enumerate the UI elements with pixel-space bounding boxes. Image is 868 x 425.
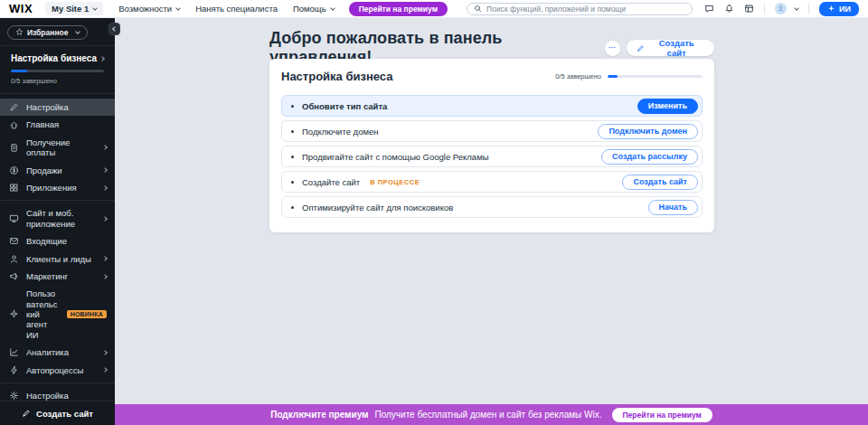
task-start-button[interactable]: Начать (648, 200, 698, 215)
sidebar-item-automations[interactable]: Автопроцессы (0, 362, 115, 379)
business-setup-card: Настройка бизнеса 0/5 завершено Обновите… (269, 59, 714, 232)
chevron-right-icon (102, 145, 108, 150)
home-icon (9, 120, 19, 130)
bullet-icon (291, 130, 294, 133)
chevron-right-icon (99, 56, 105, 61)
account-menu[interactable] (775, 3, 798, 14)
pencil-icon (22, 409, 31, 418)
sidebar-item-marketing[interactable]: Маркетинг (0, 268, 115, 285)
dashboard-grid-icon[interactable] (744, 4, 754, 14)
search-box[interactable] (467, 3, 693, 15)
chevron-right-icon (102, 274, 108, 279)
sparkle-icon (827, 5, 835, 13)
sidebar-item-apps[interactable]: Приложения (0, 179, 115, 196)
header-create-site-button[interactable]: Создать сайт (627, 40, 714, 56)
sidebar-divider (0, 200, 115, 201)
site-menu-label: My Site 1 (52, 4, 89, 14)
sidebar-create-site-button[interactable]: Создать сайт (0, 401, 115, 425)
chevron-down-icon (330, 5, 335, 11)
chevron-right-icon (102, 185, 108, 191)
notifications-bell-icon[interactable] (724, 4, 734, 14)
chevron-down-icon (76, 29, 81, 34)
receipt-icon (9, 143, 19, 153)
chevron-down-icon (794, 5, 799, 11)
lightning-icon (9, 365, 19, 375)
sidebar-item-contacts-leads[interactable]: Клиенты и лиды (0, 250, 115, 268)
pencil-icon (637, 44, 645, 52)
more-actions-button[interactable]: ··· (605, 41, 620, 56)
nav-help[interactable]: Помощь (293, 4, 335, 14)
sidebar-item-settings[interactable]: Настройка (0, 387, 115, 401)
setup-progress-track (11, 70, 104, 72)
sidebar-item-setup[interactable]: Настройка (0, 99, 115, 116)
chat-icon[interactable] (704, 4, 714, 14)
chevron-right-icon (102, 216, 108, 222)
card-progress-track (608, 75, 703, 78)
sidebar-setup-progress[interactable]: Настройка бизнеса 0/5 завершено (0, 46, 115, 94)
task-row-seo[interactable]: Оптимизируйте сайт для поисковиков Начат… (281, 196, 703, 218)
premium-banner-button[interactable]: Перейти на премиум (612, 408, 712, 422)
premium-banner-text: Получите бесплатный домен и сайт без рек… (374, 410, 601, 420)
chevron-right-icon (102, 350, 108, 355)
task-connect-domain-button[interactable]: Подключить домен (598, 124, 698, 139)
task-list: Обновите тип сайта Изменить Подключите д… (281, 95, 703, 218)
sidebar-collapse-button[interactable] (108, 23, 120, 35)
card-progress-label: 0/5 завершено (555, 72, 601, 80)
bullet-icon (291, 105, 294, 108)
chevron-right-icon (102, 256, 108, 261)
favorites-row: Избранное (0, 18, 115, 46)
sparkle-icon (9, 309, 19, 319)
gear-icon (9, 391, 19, 401)
task-row-update-site-type[interactable]: Обновите тип сайта Изменить (281, 95, 703, 117)
chevron-left-icon (112, 26, 118, 32)
chevron-down-icon (92, 5, 98, 11)
ai-assistant-button[interactable]: ИИ (819, 2, 859, 16)
avatar (775, 3, 787, 14)
sidebar: Избранное Настройка бизнеса 0/5 завершен… (0, 18, 115, 425)
sidebar-item-sales[interactable]: Продажи (0, 162, 115, 179)
task-change-button[interactable]: Изменить (637, 99, 698, 114)
bullet-icon (291, 181, 294, 184)
setup-progress-fill (11, 70, 27, 72)
favorites-button[interactable]: Избранное (7, 25, 88, 40)
search-input[interactable] (486, 5, 685, 14)
task-row-create-site[interactable]: Создайте сайт В ПРОЦЕССЕ Создать сайт (281, 171, 703, 193)
task-create-site-button[interactable]: Создать сайт (622, 175, 698, 190)
sidebar-item-analytics[interactable]: Аналитика (0, 344, 115, 361)
setup-progress-label: 0/5 завершено (11, 77, 104, 85)
chevron-right-icon (102, 167, 108, 173)
apps-grid-icon (9, 183, 19, 193)
top-bar: WIX My Site 1 Возможности Нанять специал… (0, 0, 868, 18)
card-title: Настройка бизнеса (281, 70, 392, 83)
premium-banner-title: Подключите премиум (270, 410, 368, 420)
wix-logo: WIX (9, 2, 33, 15)
sidebar-menu: Настройка Главная Получение оплаты Прода… (0, 94, 115, 401)
chevron-right-icon (102, 367, 108, 373)
upgrade-premium-button[interactable]: Перейти на премиум (349, 2, 448, 16)
card-progress: 0/5 завершено (555, 72, 703, 80)
site-menu[interactable]: My Site 1 (45, 2, 103, 15)
sidebar-item-custom-ai-agent[interactable]: Пользовательский агент ИИ НОВИНКА (0, 285, 115, 344)
person-icon (9, 254, 19, 264)
sidebar-item-site-mobile-app[interactable]: Сайт и моб. приложение (0, 204, 115, 232)
task-create-campaign-button[interactable]: Создать рассылку (601, 149, 698, 165)
topbar-divider (764, 4, 765, 14)
task-row-connect-domain[interactable]: Подключите домен Подключить домен (281, 120, 703, 142)
star-icon (15, 28, 24, 36)
dollar-circle-icon (9, 165, 19, 175)
bullet-icon (291, 156, 294, 158)
nav-hire-specialist[interactable]: Нанять специалиста (195, 4, 278, 14)
chart-icon (9, 347, 19, 357)
create-site-label: Создать сайт (36, 409, 93, 419)
search-icon (474, 5, 482, 13)
task-row-google-ads[interactable]: Продвигайте сайт с помощью Google Реклам… (281, 146, 703, 167)
megaphone-icon (9, 271, 19, 281)
sidebar-item-inbox[interactable]: Входящие (0, 232, 115, 250)
monitor-icon (9, 213, 19, 223)
sidebar-item-home[interactable]: Главная (0, 116, 115, 133)
sidebar-item-get-paid[interactable]: Получение оплаты (0, 134, 115, 162)
nav-features[interactable]: Возможности (118, 4, 180, 14)
pencil-icon (9, 102, 19, 112)
in-progress-badge: В ПРОЦЕССЕ (370, 178, 420, 186)
main-content: Добро пожаловать в панель управления! ··… (115, 18, 868, 404)
